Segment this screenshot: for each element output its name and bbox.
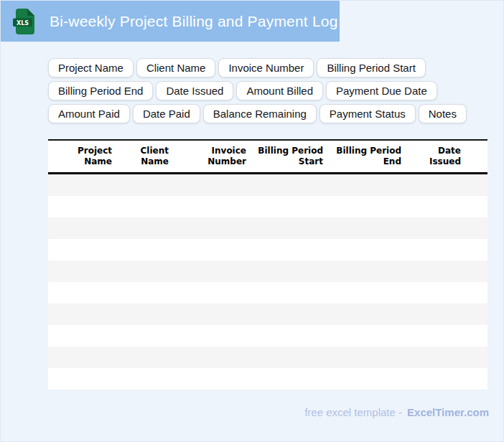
table-cell xyxy=(48,304,116,325)
table-cell xyxy=(327,196,406,217)
table-cell xyxy=(406,239,487,260)
table-cell xyxy=(173,347,251,368)
table-cell xyxy=(48,174,116,197)
table-cell xyxy=(327,304,406,325)
table-cell xyxy=(406,282,487,304)
table-cell xyxy=(327,217,406,239)
table-cell xyxy=(116,174,173,197)
xls-file-icon: XLS xyxy=(13,9,34,34)
field-chip[interactable]: Client Name xyxy=(136,58,216,77)
table-cell xyxy=(406,260,487,282)
field-chip[interactable]: Balance Remaining xyxy=(203,104,317,123)
table-cell xyxy=(116,260,173,282)
table-cell xyxy=(116,325,173,347)
billing-table-container: Project NameClient NameInvoice NumberBil… xyxy=(48,139,487,390)
table-cell xyxy=(251,217,327,239)
footer-text: free excel template - xyxy=(304,406,402,418)
table-row xyxy=(48,304,487,325)
table-cell xyxy=(251,196,327,217)
field-chip[interactable]: Billing Period Start xyxy=(317,58,425,77)
table-row xyxy=(48,196,487,217)
table-cell xyxy=(173,196,251,217)
column-header: Project Name xyxy=(48,140,116,174)
table-cell xyxy=(173,368,251,390)
table-cell xyxy=(327,239,406,260)
table-cell xyxy=(48,282,116,304)
table-cell xyxy=(173,174,251,197)
billing-table: Project NameClient NameInvoice NumberBil… xyxy=(48,139,487,390)
table-cell xyxy=(116,304,173,325)
table-cell xyxy=(406,196,487,217)
table-cell xyxy=(173,304,251,325)
footer-brand-link[interactable]: ExcelTimer.com xyxy=(407,406,489,418)
table-cell xyxy=(116,368,173,390)
file-fold-corner xyxy=(27,9,34,16)
table-cell xyxy=(173,239,251,260)
table-cell xyxy=(327,282,406,304)
column-header: Date Issued xyxy=(406,140,487,174)
table-cell xyxy=(48,260,116,282)
table-cell xyxy=(173,217,251,239)
table-cell xyxy=(327,347,406,368)
field-chip[interactable]: Billing Period End xyxy=(48,81,153,100)
table-cell xyxy=(406,174,487,197)
table-cell xyxy=(251,239,327,260)
field-chip-list: Project NameClient NameInvoice NumberBil… xyxy=(48,58,502,123)
table-cell xyxy=(327,325,406,347)
footer: free excel template -ExcelTimer.com xyxy=(48,406,489,418)
table-cell xyxy=(173,325,251,347)
column-header: Invoice Number xyxy=(173,140,251,174)
table-row xyxy=(48,282,487,304)
table-cell xyxy=(327,260,406,282)
table-cell xyxy=(116,282,173,304)
table-cell xyxy=(327,368,406,390)
table-cell xyxy=(116,239,173,260)
field-chip[interactable]: Payment Status xyxy=(319,104,416,123)
table-cell xyxy=(48,325,116,347)
column-header: Client Name xyxy=(116,140,173,174)
field-chip[interactable]: Date Paid xyxy=(133,104,200,123)
table-cell xyxy=(251,304,327,325)
table-cell xyxy=(48,239,116,260)
table-cell xyxy=(173,260,251,282)
table-cell xyxy=(173,282,251,304)
table-row xyxy=(48,325,487,347)
page-title: Bi-weekly Project Billing and Payment Lo… xyxy=(50,13,338,30)
field-chip[interactable]: Notes xyxy=(419,104,467,123)
table-cell xyxy=(116,196,173,217)
table-cell xyxy=(48,196,116,217)
file-badge-label: XLS xyxy=(17,19,29,26)
table-cell xyxy=(406,217,487,239)
table-cell xyxy=(48,368,116,390)
table-cell xyxy=(406,368,487,390)
column-header: Billing Period Start xyxy=(251,140,327,174)
table-row xyxy=(48,174,487,197)
table-row xyxy=(48,368,487,390)
table-cell xyxy=(251,347,327,368)
table-cell xyxy=(116,217,173,239)
field-chip[interactable]: Date Issued xyxy=(156,81,233,100)
table-cell xyxy=(406,325,487,347)
table-cell xyxy=(327,174,406,197)
table-header-row: Project NameClient NameInvoice NumberBil… xyxy=(48,140,487,174)
header-banner: XLS Bi-weekly Project Billing and Paymen… xyxy=(1,1,340,42)
table-row xyxy=(48,260,487,282)
field-chip[interactable]: Project Name xyxy=(48,58,134,77)
table-cell xyxy=(251,282,327,304)
table-cell xyxy=(406,347,487,368)
table-cell xyxy=(251,174,327,197)
table-cell xyxy=(251,325,327,347)
table-row xyxy=(48,239,487,260)
table-cell xyxy=(251,368,327,390)
field-chip[interactable]: Invoice Number xyxy=(218,58,314,77)
column-header: Billing Period End xyxy=(327,140,406,174)
table-row xyxy=(48,347,487,368)
field-chip[interactable]: Payment Due Date xyxy=(326,81,437,100)
table-row xyxy=(48,217,487,239)
field-chip[interactable]: Amount Billed xyxy=(236,81,323,100)
table-cell xyxy=(48,347,116,368)
table-cell xyxy=(251,260,327,282)
table-cell xyxy=(48,217,116,239)
table-cell xyxy=(406,304,487,325)
field-chip[interactable]: Amount Paid xyxy=(48,104,130,123)
